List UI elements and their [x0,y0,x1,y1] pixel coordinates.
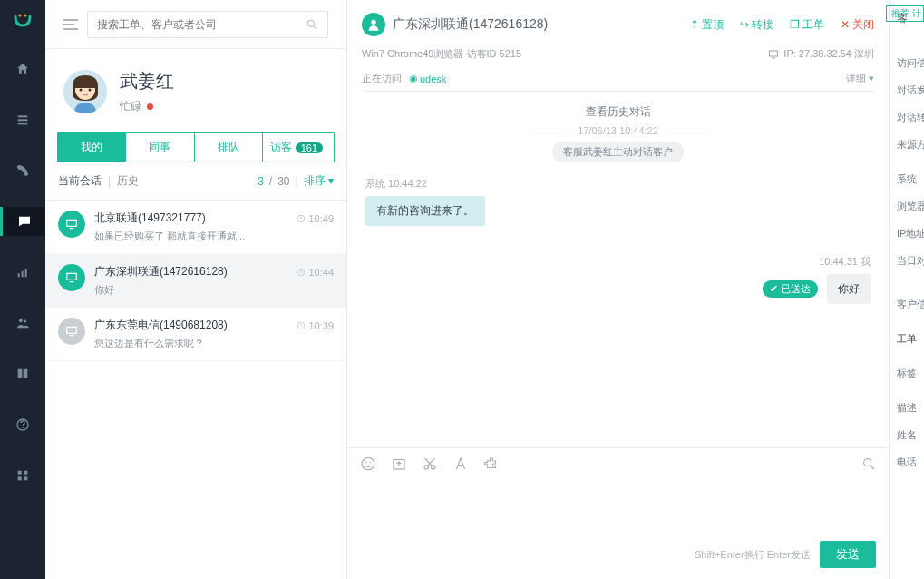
conv-preview: 你好 [94,283,334,297]
right-dialog-a: 对话发 [897,83,924,97]
search-input[interactable] [97,18,306,31]
conv-title: 广东东莞电信(1490681208) [94,318,228,333]
composer-toolbar [347,448,889,479]
svg-point-38 [365,462,367,464]
main-area: 广东深圳联通(1472616128) ⇡ 置顶 ↪ 转接 ❐ 工单 ✕ 关闭 W… [347,0,924,579]
right-bubble: 你好 [827,274,871,304]
nav-chat[interactable] [0,207,45,236]
visitor-count-badge: 161 [296,142,323,153]
plugin-icon[interactable] [483,456,500,472]
svg-point-37 [362,457,374,470]
svg-rect-28 [67,273,77,280]
nav-home[interactable] [0,54,45,83]
conv-subbar: 当前会话 | 历史 3 / 30 | 排序 ▾ [45,162,346,200]
conversation-list: 北京联通(1497321777) 10:49 如果已经购买了 那就直接开通就..… [45,200,346,579]
left-bubble: 有新的咨询进来了。 [365,196,485,226]
nav-help[interactable] [0,410,45,439]
svg-point-24 [89,89,92,92]
system-chip: 客服武姜红主动对话客户 [552,142,684,162]
pin-action[interactable]: ⇡ 置顶 [690,17,724,33]
tab-visitor[interactable]: 访客161 [262,133,334,162]
right-source: 来源方 [897,138,924,152]
transfer-action[interactable]: ↪ 转接 [740,17,773,33]
svg-line-44 [871,466,874,469]
nav-call[interactable] [0,156,45,185]
svg-rect-15 [24,476,27,480]
message-input[interactable] [347,479,889,534]
ticket-action[interactable]: ❐ 工单 [790,17,824,33]
chevron-down-icon: ▾ [869,73,874,83]
font-icon[interactable] [452,456,469,472]
svg-point-23 [80,89,83,92]
close-action[interactable]: ✕ 关闭 [841,17,874,33]
tab-queue[interactable]: 排队 [194,133,262,162]
svg-rect-3 [18,119,28,121]
svg-rect-5 [18,273,20,277]
agent-avatar [63,70,107,113]
conv-time: 10:44 [297,267,334,278]
right-name: 姓名 [897,428,924,442]
channel-icon [58,318,85,345]
visiting-label: 正在访问 [362,72,402,85]
nav-book[interactable] [0,359,45,388]
cut-icon[interactable] [422,456,438,472]
chevron-down-icon: ▾ [328,174,334,187]
conv-title: 北京联通(1497321777) [94,211,206,226]
close-icon: ✕ [841,18,850,31]
nav-apps[interactable] [0,461,45,490]
system-line: 系统 10:44:22 [365,177,871,191]
right-ticket[interactable]: 工单 [897,332,924,346]
logo-icon [12,11,34,33]
check-icon: ✔ [770,283,778,295]
nav-users[interactable] [0,309,45,338]
upload-icon[interactable] [391,456,407,472]
search-bar [45,0,346,49]
conversation-item[interactable]: 广东深圳联通(1472616128) 10:44 你好 [45,254,346,308]
svg-point-43 [864,459,871,466]
subbar-current[interactable]: 当前会话 [58,173,102,189]
tab-mine[interactable]: 我的 [58,133,125,162]
conv-preview: 如果已经购买了 那就直接开通就... [94,230,334,243]
visiting-url[interactable]: ◉ udesk [409,73,446,84]
emoji-icon[interactable] [360,456,376,472]
delivered-chip: ✔已送达 [763,280,818,298]
send-button[interactable]: 发送 [820,541,876,568]
search-icon[interactable] [306,18,318,31]
nav-stats[interactable] [0,258,45,287]
agent-status[interactable]: 忙碌 [120,99,174,114]
agent-profile: 武姜红 忙碌 [45,49,346,127]
svg-rect-18 [63,28,78,30]
svg-rect-17 [63,24,74,25]
right-customer: 客户信 [897,298,924,311]
svg-rect-4 [18,123,28,124]
svg-point-34 [371,20,375,25]
svg-rect-25 [67,220,77,226]
conv-time: 10:49 [297,213,334,224]
browser-info: Win7 Chrome49浏览器 访客ID 5215 [362,47,521,61]
svg-point-39 [370,462,372,464]
conversation-item[interactable]: 广东东莞电信(1490681208) 10:39 您这边是有什么需求呢？ [45,308,346,361]
composer-search-icon[interactable] [861,456,876,471]
recommend-badge[interactable]: 推荐 计 [886,5,924,22]
chat-body: 查看历史对话 17/06/13 10:44:22 客服武姜红主动对话客户 系统 … [347,92,889,447]
tab-colleague[interactable]: 同事 [125,133,193,162]
menu-icon[interactable] [63,18,78,31]
conversation-item[interactable]: 北京联通(1497321777) 10:49 如果已经购买了 那就直接开通就..… [45,201,346,254]
nav-list[interactable] [0,105,45,134]
subbar-history[interactable]: 历史 [117,173,139,189]
svg-point-11 [22,427,23,428]
composer: Shift+Enter换行 Enter发送 发送 [347,447,889,579]
conv-time: 10:39 [297,320,334,331]
detail-toggle[interactable]: 详细 ▾ [846,72,874,85]
sort-toggle[interactable]: 排序 ▾ [304,173,334,189]
pin-icon: ⇡ [690,18,699,31]
search-box[interactable] [87,11,328,38]
ticket-icon: ❐ [790,18,800,31]
right-phone: 电话 [897,456,924,469]
channel-icon [58,264,85,291]
svg-rect-7 [25,269,27,277]
svg-line-20 [314,25,317,29]
visitor-name: 广东深圳联通(1472616128) [393,16,548,33]
right-tag: 标签 [897,367,924,380]
history-link[interactable]: 查看历史对话 [365,104,871,120]
